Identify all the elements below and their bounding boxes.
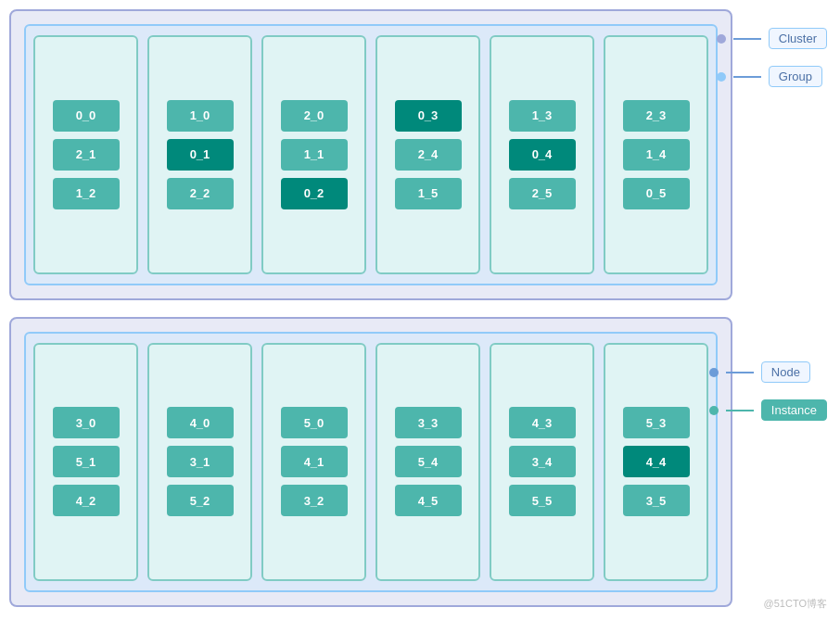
instance-cell-cluster2-3-0: 3_3: [395, 407, 462, 438]
instance-cell-cluster1-1-0: 1_0: [167, 100, 234, 132]
legend-lower: Node Instance: [709, 361, 827, 421]
node-box-cluster1-4: 1_30_42_5: [490, 35, 594, 274]
instance-cell-cluster1-2-1: 1_1: [281, 139, 348, 171]
instance-cell-cluster1-2-2: 0_2: [281, 178, 348, 209]
node-box-cluster1-1: 1_00_12_2: [147, 35, 252, 274]
node-box-cluster2-4: 4_33_45_5: [490, 343, 594, 582]
instance-cell-cluster1-4-1: 0_4: [509, 139, 576, 171]
cluster-dot: [717, 34, 726, 44]
instance-cell-cluster1-1-2: 2_2: [167, 178, 234, 209]
node-box-cluster1-3: 0_32_41_5: [375, 35, 480, 274]
cluster-2: 3_05_14_24_03_15_25_04_13_23_35_44_54_33…: [9, 317, 732, 608]
cluster-label: Cluster: [769, 28, 827, 49]
legend: Cluster Group: [717, 28, 827, 87]
instance-cell-cluster2-3-1: 5_4: [395, 446, 462, 477]
watermark: @51CTO博客: [764, 597, 827, 611]
instance-cell-cluster1-5-1: 1_4: [623, 139, 690, 171]
instance-cell-cluster1-1-1: 0_1: [167, 139, 234, 171]
instance-cell-cluster1-5-2: 0_5: [623, 178, 690, 209]
instance-cell-cluster1-3-1: 2_4: [395, 139, 462, 171]
instance-cell-cluster1-0-0: 0_0: [53, 100, 120, 132]
instance-cell-cluster2-4-2: 5_5: [509, 485, 576, 516]
node-line: [726, 372, 754, 373]
instance-cell-cluster2-4-1: 3_4: [509, 446, 576, 477]
instance-cell-cluster2-5-2: 3_5: [623, 485, 690, 516]
instance-cell-cluster1-3-0: 0_3: [395, 100, 462, 132]
instance-cell-cluster2-0-1: 5_1: [53, 446, 120, 477]
instance-cell-cluster2-2-2: 3_2: [281, 485, 348, 516]
instance-cell-cluster1-5-0: 2_3: [623, 100, 690, 132]
node-box-cluster1-0: 0_02_11_2: [33, 35, 138, 274]
instance-cell-cluster2-1-2: 5_2: [167, 485, 234, 516]
group-box-2: 3_05_14_24_03_15_25_04_13_23_35_44_54_33…: [24, 332, 718, 593]
instance-cell-cluster1-0-2: 1_2: [53, 178, 120, 209]
instance-dot: [709, 406, 719, 415]
group-box-1: 0_02_11_21_00_12_22_01_10_20_32_41_51_30…: [24, 24, 718, 285]
instance-cell-cluster2-1-1: 3_1: [167, 446, 234, 477]
instance-cell-cluster2-1-0: 4_0: [167, 407, 234, 438]
instance-cell-cluster2-5-1: 4_4: [623, 446, 690, 477]
node-box-cluster1-5: 2_31_40_5: [604, 35, 708, 274]
legend-cluster: Cluster: [717, 28, 827, 49]
main-container: 0_02_11_21_00_12_22_01_10_20_32_41_51_30…: [9, 9, 732, 607]
instance-cell-cluster1-2-0: 2_0: [281, 100, 348, 132]
group-dot: [717, 72, 726, 82]
instance-cell-cluster1-0-1: 2_1: [53, 139, 120, 171]
instance-cell-cluster2-0-2: 4_2: [53, 485, 120, 516]
instance-cell-cluster2-5-0: 5_3: [623, 407, 690, 438]
instance-cell-cluster2-0-0: 3_0: [53, 407, 120, 438]
node-box-cluster2-1: 4_03_15_2: [147, 343, 252, 582]
instance-cell-cluster1-4-2: 2_5: [509, 178, 576, 209]
node-box-cluster2-3: 3_35_44_5: [375, 343, 480, 582]
group-label: Group: [769, 66, 822, 87]
node-box-cluster2-0: 3_05_14_2: [33, 343, 138, 582]
legend-group: Group: [717, 66, 827, 87]
legend-node: Node: [709, 361, 827, 383]
node-dot: [709, 368, 719, 377]
legend-instance: Instance: [709, 399, 827, 421]
instance-line: [726, 410, 754, 411]
instance-cell-cluster2-2-1: 4_1: [281, 446, 348, 477]
cluster-line: [733, 38, 761, 40]
cluster-1: 0_02_11_21_00_12_22_01_10_20_32_41_51_30…: [9, 9, 732, 300]
instance-cell-cluster2-2-0: 5_0: [281, 407, 348, 438]
instance-cell-cluster1-4-0: 1_3: [509, 100, 576, 132]
group-line: [733, 76, 761, 78]
node-label: Node: [761, 361, 810, 383]
instance-cell-cluster2-4-0: 4_3: [509, 407, 576, 438]
node-box-cluster2-2: 5_04_13_2: [261, 343, 366, 582]
node-box-cluster2-5: 5_34_43_5: [604, 343, 708, 582]
instance-label: Instance: [761, 399, 827, 421]
instance-cell-cluster1-3-2: 1_5: [395, 178, 462, 209]
node-box-cluster1-2: 2_01_10_2: [261, 35, 366, 274]
instance-cell-cluster2-3-2: 4_5: [395, 485, 462, 516]
